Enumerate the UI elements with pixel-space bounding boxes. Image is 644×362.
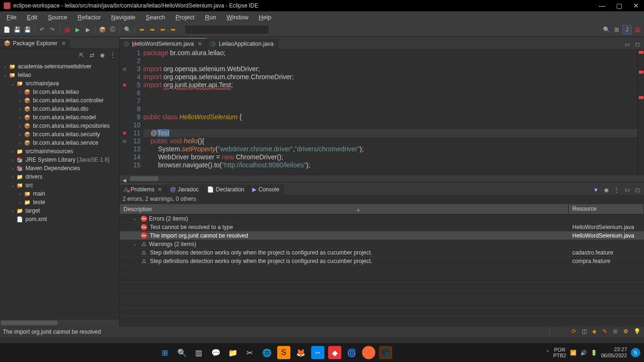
teamviewer-button[interactable]: ↔	[311, 346, 324, 359]
edge-button[interactable]: 🌀	[345, 346, 358, 359]
tray-keyboard[interactable]: PTB2	[553, 353, 566, 358]
menu-help[interactable]: Help	[254, 12, 276, 22]
tree-node-maven-dependencies[interactable]: ›📚Maven Dependencies	[0, 164, 119, 173]
horizontal-scrollbar[interactable]	[0, 320, 119, 326]
minimize-button[interactable]: —	[598, 2, 606, 9]
tree-node-br-com-alura-leilao[interactable]: ›📦✖br.com.alura.leilao	[0, 88, 119, 96]
menu-navigate[interactable]: Navigate	[107, 12, 140, 22]
view-menu-button[interactable]: ⋮	[612, 185, 621, 195]
back-button[interactable]: ⬅	[137, 25, 147, 34]
debug-button[interactable]: 🐞	[62, 25, 72, 34]
editor-tab-hellowordselenium-java[interactable]: Ⓙ✖HelloWordSelenium.java✕	[120, 38, 206, 49]
package-explorer-tree[interactable]: ›📁✖academia-seleniumwebdriver⌄📁✖leilao⌄📁…	[0, 61, 119, 320]
problem-row[interactable]: ⛔Test cannot be resolved to a typeHelloW…	[120, 223, 644, 231]
minimize-view-button[interactable]: ▭	[622, 40, 632, 49]
search-button[interactable]: 🔍	[175, 346, 189, 359]
close-icon[interactable]: ✕	[61, 40, 66, 47]
perspective-open-button[interactable]: ⊞	[612, 25, 621, 34]
tree-node-src-main-resources[interactable]: ›📁src/main/resources	[0, 147, 119, 156]
tree-node-pom-xml[interactable]: 📄pom.xml	[0, 215, 119, 223]
status-icon[interactable]: ⊞	[613, 328, 620, 336]
overview-ruler[interactable]	[637, 49, 644, 175]
menu-project[interactable]: Project	[171, 12, 199, 22]
java-perspective-button[interactable]: J	[622, 25, 632, 34]
tab-problems[interactable]: ⚠✖Problems✕	[120, 184, 166, 195]
problems-table[interactable]: Description ▴ Resource ⌄⛔Errors (2 items…	[120, 204, 644, 326]
filter-button[interactable]: ▼	[591, 185, 601, 195]
tree-node-br-com-alura-leilao-dto[interactable]: ›📦br.com.alura.leilao.dto	[0, 105, 119, 113]
coverage-button[interactable]: ▶	[83, 25, 92, 34]
tab-javadoc[interactable]: @Javadoc	[166, 184, 203, 195]
debug-perspective-button[interactable]: 🐞	[633, 25, 642, 34]
volume-icon[interactable]: 🔊	[580, 350, 587, 356]
new-class-button[interactable]: Ⓒ	[108, 25, 117, 34]
menu-window[interactable]: Window	[222, 12, 253, 22]
status-icon[interactable]: ⟳	[571, 328, 579, 336]
forward-button[interactable]: ➡	[148, 25, 157, 34]
sublime-button[interactable]: S	[277, 346, 290, 359]
battery-icon[interactable]: 🔋	[591, 350, 597, 356]
new-package-button[interactable]: 📦	[98, 25, 107, 34]
close-icon[interactable]: ✕	[198, 41, 202, 47]
editor-tab-leilaoapplication-java[interactable]: ⒿLeilaoApplication.java	[206, 39, 278, 49]
close-button[interactable]: ✕	[632, 2, 640, 9]
explorer-button[interactable]: 📁	[226, 346, 239, 359]
back-button-2[interactable]: ⬅	[158, 25, 167, 34]
redo-button[interactable]: ↷	[48, 25, 57, 34]
eclipse-taskbar-button[interactable]: 🌑	[379, 346, 392, 359]
tree-node-target[interactable]: ›📁target	[0, 206, 119, 215]
run-button[interactable]: ▶	[73, 25, 82, 34]
tree-node-academia-seleniumwebdriver[interactable]: ›📁✖academia-seleniumwebdriver	[0, 62, 119, 71]
quick-access-input[interactable]	[184, 25, 269, 34]
tree-node-main[interactable]: ›📁✖main	[0, 189, 119, 198]
status-icon[interactable]: ✎	[603, 328, 610, 336]
problem-row[interactable]: ⚠Step definitions detection works only w…	[120, 257, 644, 265]
tip-icon[interactable]: 💡	[634, 328, 641, 336]
tree-node-drivers[interactable]: ›📁drivers	[0, 173, 119, 181]
problem-row[interactable]: ⌄⚠Warnings (2 items)	[120, 240, 644, 248]
tab-declaration[interactable]: 📄Declaration	[203, 184, 249, 195]
tree-node-br-com-alura-leilao-service[interactable]: ›📦br.com.alura.leilao.service	[0, 139, 119, 147]
wifi-icon[interactable]: 📶	[570, 350, 577, 356]
package-explorer-tab[interactable]: 📦 Package Explorer ✕	[0, 38, 70, 49]
tray-language[interactable]: POR	[553, 347, 566, 353]
forward-button-2[interactable]: ➡	[168, 25, 178, 34]
chat-button[interactable]: 💬	[209, 346, 223, 359]
open-type-button[interactable]: 🔍	[123, 25, 132, 34]
maximize-button[interactable]: ▢	[615, 2, 623, 9]
start-button[interactable]: ⊞	[158, 346, 172, 359]
tree-node-br-com-alura-leilao-security[interactable]: ›📦br.com.alura.leilao.security	[0, 130, 119, 139]
tree-node-jre-system-library[interactable]: ›📚JRE System Library [JavaSE-1.8]	[0, 156, 119, 164]
tree-node-leilao[interactable]: ⌄📁✖leilao	[0, 71, 119, 79]
menu-search[interactable]: Search	[141, 12, 170, 22]
view-menu-button[interactable]: ⋮	[108, 50, 117, 60]
tree-node-br-com-alura-leilao-repositories[interactable]: ›📦br.com.alura.leilao.repositories	[0, 122, 119, 130]
maximize-view-button[interactable]: ◻	[633, 40, 642, 49]
tree-node-teste[interactable]: ›📁teste	[0, 198, 119, 206]
search-icon[interactable]: 🔍	[602, 25, 611, 34]
editor-body[interactable]: ⊖✖✖⊖ 123456789101112131415 package br.co…	[120, 49, 644, 175]
notification-badge[interactable]: 5	[631, 348, 640, 357]
tree-node-src[interactable]: ⌄📁✖src	[0, 181, 119, 189]
focus-button[interactable]: ◉	[98, 50, 107, 60]
menu-refactor[interactable]: Refactor	[73, 12, 106, 22]
scroll-left-icon[interactable]: ◀	[120, 175, 129, 185]
column-description[interactable]: Description ▴	[120, 204, 569, 214]
collapse-all-button[interactable]: ⇱	[77, 50, 86, 60]
menu-file[interactable]: File	[2, 12, 21, 22]
tray-clock[interactable]: 23:27 06/05/2022	[601, 346, 627, 359]
close-icon[interactable]: ✕	[157, 186, 162, 193]
tree-node-src-main-java[interactable]: ⌄📁✖src/main/java	[0, 79, 119, 88]
status-icon[interactable]: ◫	[582, 328, 589, 336]
status-icon[interactable]: ◆	[592, 328, 600, 336]
anydesk-button[interactable]: ◆	[328, 346, 341, 359]
undo-button[interactable]: ↶	[37, 25, 47, 34]
minimize-view-button[interactable]: ▭	[622, 185, 632, 195]
menu-edit[interactable]: Edit	[22, 12, 42, 22]
tree-node-br-com-alura-leilao-controller[interactable]: ›📦br.com.alura.leilao.controller	[0, 96, 119, 105]
editor-hscrollbar[interactable]: ◀	[120, 175, 644, 182]
save-all-button[interactable]: 💾	[23, 25, 32, 34]
new-button[interactable]: 📄	[2, 25, 11, 34]
postman-button[interactable]	[362, 346, 375, 359]
status-icon[interactable]: ⚙	[623, 328, 631, 336]
